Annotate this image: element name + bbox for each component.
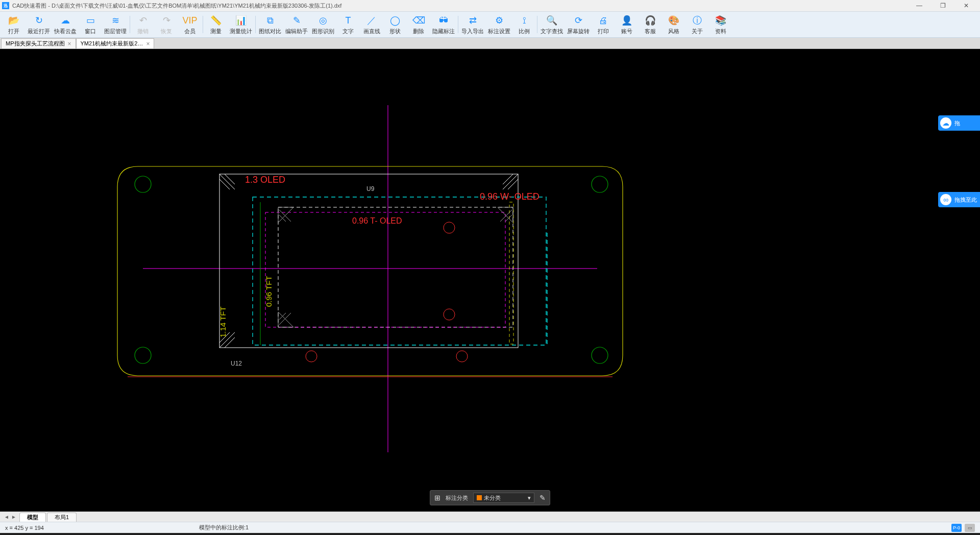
- hide-anno-label: 隐藏标注: [432, 28, 455, 35]
- close-button[interactable]: ✕: [954, 0, 978, 11]
- tool-recent[interactable]: ↻最近打开: [26, 13, 52, 36]
- about-icon: ⓘ: [691, 14, 704, 27]
- drawing-canvas[interactable]: 1.3 OLED 0.96 W- OLED 0.96 T- OLED 0.96 …: [0, 49, 980, 512]
- doc-tab-0[interactable]: MP指夹探头工艺流程图×: [1, 38, 76, 48]
- status-p0-button[interactable]: P-0: [951, 524, 962, 532]
- svg-point-25: [306, 351, 317, 362]
- window-icon: ▭: [84, 14, 97, 27]
- tool-layers[interactable]: ≋图层管理: [102, 13, 129, 36]
- taskbar-stub: [0, 533, 980, 535]
- side-widgets: ☁ 拖 ∞ 拖拽至此: [938, 115, 980, 207]
- tab-close-icon[interactable]: ×: [68, 40, 71, 47]
- tool-anno-set[interactable]: ⚙标注设置: [486, 13, 512, 36]
- edit-assist-label: 编辑助手: [285, 28, 308, 35]
- annotation-category-select[interactable]: 未分类 ▾: [473, 493, 534, 503]
- line-label: 画直线: [363, 28, 380, 35]
- rotate-icon: ⟳: [572, 14, 585, 27]
- grid-icon[interactable]: ⊞: [434, 494, 440, 502]
- window-controls: — ❐ ✕: [908, 0, 978, 11]
- svg-point-6: [592, 347, 608, 363]
- anno-set-icon: ⚙: [493, 14, 506, 27]
- text-icon: T: [341, 14, 355, 27]
- scale-icon: ⟟: [518, 14, 531, 27]
- tool-about[interactable]: ⓘ关于: [685, 13, 709, 36]
- tool-print[interactable]: 🖨打印: [592, 13, 615, 36]
- tool-rotate[interactable]: ⟳屏幕旋转: [565, 13, 592, 36]
- support-label: 客服: [645, 28, 656, 35]
- undo-label: 撤销: [137, 28, 149, 35]
- title-bar: 迅 CAD快速看图 - D:\桌面文件\下载文件\汪威\01-血氧仪\工艺文件B…: [0, 0, 980, 11]
- category-swatch: [477, 495, 482, 500]
- style-icon: 🎨: [667, 14, 680, 27]
- text-label: 文字: [342, 28, 354, 35]
- cloud-icon: ☁: [59, 14, 72, 27]
- main-toolbar: 📂打开↻最近打开☁快看云盘▭窗口≋图层管理↶撤销↷恢复VIP会员📏测量📊测量统计…: [0, 11, 980, 38]
- support-icon: 🎧: [644, 14, 657, 27]
- compare-icon: ⧉: [263, 14, 277, 27]
- svg-point-5: [135, 347, 151, 363]
- tool-delete[interactable]: ⌫删除: [407, 13, 430, 36]
- cloud-drop-label: 拖: [954, 119, 960, 127]
- tool-import-export[interactable]: ⇄导入导出: [459, 13, 486, 36]
- measure-icon: 📏: [209, 14, 223, 27]
- maximize-button[interactable]: ❐: [931, 0, 954, 11]
- layout-tab-arrows: ◄ ►: [3, 514, 17, 520]
- tool-undo: ↶撤销: [131, 13, 155, 36]
- about-label: 关于: [692, 28, 703, 35]
- document-tab-bar: MP指夹探头工艺流程图×YM21机械约束最新版2…×: [0, 38, 980, 49]
- doc-tab-title: MP指夹探头工艺流程图: [6, 40, 65, 47]
- open-icon: 📂: [7, 14, 20, 27]
- status-window-button[interactable]: ▭: [965, 524, 975, 532]
- label-0p96-t-oled: 0.96 T- OLED: [352, 216, 402, 225]
- tool-edit-assist[interactable]: ✎编辑助手: [283, 13, 310, 36]
- rotate-label: 屏幕旋转: [567, 28, 590, 35]
- print-icon: 🖨: [597, 14, 610, 27]
- tool-hide-anno[interactable]: 🕶隐藏标注: [430, 13, 457, 36]
- account-label: 账号: [621, 28, 632, 35]
- cloud-drop-widget[interactable]: ☁ 拖: [938, 115, 980, 131]
- svg-rect-20: [265, 212, 505, 327]
- tool-support[interactable]: 🎧客服: [639, 13, 662, 36]
- shape-icon: ◯: [388, 14, 402, 27]
- label-u12: U12: [231, 360, 242, 367]
- edit-icon[interactable]: ✎: [540, 494, 546, 502]
- tool-compare[interactable]: ⧉图纸对比: [257, 13, 283, 36]
- tool-text-find[interactable]: 🔍文字查找: [538, 13, 565, 36]
- text-find-label: 文字查找: [541, 28, 563, 35]
- tool-measure[interactable]: 📏测量: [204, 13, 228, 36]
- layout-tab-1[interactable]: 布局1: [47, 513, 77, 522]
- tool-style[interactable]: 🎨风格: [662, 13, 685, 36]
- tool-scale[interactable]: ⟟比例: [512, 13, 536, 36]
- annotation-category-label: 标注分类: [446, 494, 468, 502]
- tool-line[interactable]: ／画直线: [360, 13, 383, 36]
- tool-window[interactable]: ▭窗口: [79, 13, 102, 36]
- minimize-button[interactable]: —: [908, 0, 931, 11]
- tool-shape-rec[interactable]: ◎图形识别: [310, 13, 336, 36]
- tool-cloud[interactable]: ☁快看云盘: [52, 13, 79, 36]
- svg-line-13: [508, 179, 518, 189]
- cloud-label: 快看云盘: [54, 28, 77, 35]
- tab-arrow-left[interactable]: ◄: [3, 514, 10, 520]
- tab-close-icon[interactable]: ×: [146, 40, 150, 47]
- tool-data[interactable]: 📚资料: [709, 13, 732, 36]
- tool-account[interactable]: 👤账号: [615, 13, 639, 36]
- svg-point-26: [456, 351, 468, 362]
- tool-open[interactable]: 📂打开: [2, 13, 26, 36]
- tab-arrow-right[interactable]: ►: [10, 514, 17, 520]
- tool-measure-stat[interactable]: 📊测量统计: [228, 13, 254, 36]
- tool-text[interactable]: T文字: [336, 13, 360, 36]
- style-label: 风格: [668, 28, 679, 35]
- recent-icon: ↻: [32, 14, 45, 27]
- layout-tab-0[interactable]: 模型: [19, 513, 46, 522]
- compare-label: 图纸对比: [259, 28, 281, 35]
- doc-tab-1[interactable]: YM21机械约束最新版2…×: [76, 38, 155, 48]
- shape-label: 形状: [389, 28, 401, 35]
- drag-drop-widget[interactable]: ∞ 拖拽至此: [938, 192, 980, 207]
- tool-shape[interactable]: ◯形状: [383, 13, 407, 36]
- cursor-coords: x = 425 y = 194: [5, 525, 199, 531]
- vip-icon: VIP: [183, 14, 197, 27]
- drag-drop-label: 拖拽至此: [954, 196, 977, 204]
- tool-vip[interactable]: VIP会员: [178, 13, 202, 36]
- undo-icon: ↶: [136, 14, 150, 27]
- delete-label: 删除: [413, 28, 424, 35]
